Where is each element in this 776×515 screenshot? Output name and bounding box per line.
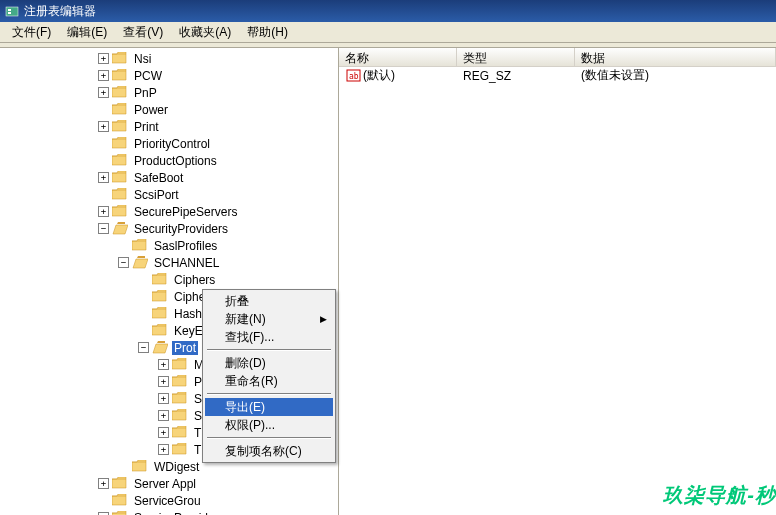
expand-toggle-icon[interactable]: + xyxy=(98,172,109,183)
expand-toggle-icon[interactable]: + xyxy=(98,70,109,81)
context-menu-item[interactable]: 重命名(R) xyxy=(205,372,333,390)
tree-node[interactable]: PriorityControl xyxy=(2,135,338,152)
context-menu-item-label: 复制项名称(C) xyxy=(225,443,302,460)
tree-connector xyxy=(98,138,109,149)
folder-icon xyxy=(172,409,188,422)
tree-node[interactable]: +PCW xyxy=(2,67,338,84)
tree-node-label[interactable]: SCHANNEL xyxy=(152,256,221,270)
folder-icon xyxy=(112,69,128,82)
tree-node-label[interactable]: WDigest xyxy=(152,460,201,474)
menu-favorites[interactable]: 收藏夹(A) xyxy=(171,22,239,43)
registry-app-icon xyxy=(4,3,20,19)
value-name: (默认) xyxy=(363,67,395,84)
tree-node[interactable]: +SecurePipeServers xyxy=(2,203,338,220)
tree-node-label[interactable]: SaslProfiles xyxy=(152,239,219,253)
context-menu-item-label: 折叠 xyxy=(225,293,249,310)
tree-connector xyxy=(118,240,129,251)
context-menu-item-label: 删除(D) xyxy=(225,355,266,372)
expand-toggle-icon[interactable]: + xyxy=(158,410,169,421)
window-title: 注册表编辑器 xyxy=(24,3,96,20)
expand-toggle-icon[interactable]: + xyxy=(158,393,169,404)
tree-node[interactable]: −SCHANNEL xyxy=(2,254,338,271)
expand-toggle-icon[interactable]: + xyxy=(98,53,109,64)
tree-node-label[interactable]: ProductOptions xyxy=(132,154,219,168)
expand-toggle-icon[interactable]: + xyxy=(158,444,169,455)
tree-node-label[interactable]: ScsiPort xyxy=(132,188,181,202)
tree-node[interactable]: ProductOptions xyxy=(2,152,338,169)
folder-icon xyxy=(172,358,188,371)
context-menu-item[interactable]: 折叠 xyxy=(205,292,333,310)
tree-node[interactable]: Power xyxy=(2,101,338,118)
expand-toggle-icon[interactable]: + xyxy=(98,121,109,132)
expand-toggle-icon[interactable]: + xyxy=(98,87,109,98)
context-menu-item[interactable]: 权限(P)... xyxy=(205,416,333,434)
svg-rect-0 xyxy=(6,7,18,16)
tree-node-label[interactable]: SecurePipeServers xyxy=(132,205,239,219)
context-menu-item-label: 查找(F)... xyxy=(225,329,274,346)
menu-edit[interactable]: 编辑(E) xyxy=(59,22,115,43)
context-menu-item[interactable]: 查找(F)... xyxy=(205,328,333,346)
folder-icon xyxy=(112,137,128,150)
tree-node-label[interactable]: ServiceGrou xyxy=(132,494,203,508)
value-type: REG_SZ xyxy=(457,68,575,84)
col-name[interactable]: 名称 xyxy=(339,48,457,66)
tree-node[interactable]: ScsiPort xyxy=(2,186,338,203)
expand-toggle-icon[interactable]: + xyxy=(158,427,169,438)
col-data[interactable]: 数据 xyxy=(575,48,776,66)
context-menu-item[interactable]: 删除(D) xyxy=(205,354,333,372)
tree-node-label[interactable]: Prot xyxy=(172,341,198,355)
folder-icon xyxy=(112,494,128,507)
tree-node-label[interactable]: Server Appl xyxy=(132,477,198,491)
context-menu-item[interactable]: 新建(N)▶ xyxy=(205,310,333,328)
tree-node[interactable]: +PnP xyxy=(2,84,338,101)
tree-connector xyxy=(98,104,109,115)
context-menu-item[interactable]: 导出(E) xyxy=(205,398,333,416)
tree-node[interactable]: +ServiceProvider xyxy=(2,509,338,515)
menu-view[interactable]: 查看(V) xyxy=(115,22,171,43)
tree-node-label[interactable]: Print xyxy=(132,120,161,134)
tree-node-label[interactable]: SafeBoot xyxy=(132,171,185,185)
context-menu-separator xyxy=(207,393,331,395)
tree-node[interactable]: +SafeBoot xyxy=(2,169,338,186)
tree-connector xyxy=(138,291,149,302)
tree-node[interactable]: +Nsi xyxy=(2,50,338,67)
expand-toggle-icon[interactable]: + xyxy=(158,376,169,387)
tree-node-label[interactable]: Nsi xyxy=(132,52,153,66)
folder-open-icon xyxy=(132,256,148,269)
tree-node[interactable]: SaslProfiles xyxy=(2,237,338,254)
tree-node[interactable]: +Server Appl xyxy=(2,475,338,492)
tree-connector xyxy=(98,189,109,200)
collapse-toggle-icon[interactable]: − xyxy=(98,223,109,234)
col-type[interactable]: 类型 xyxy=(457,48,575,66)
menu-help[interactable]: 帮助(H) xyxy=(239,22,296,43)
folder-icon xyxy=(172,392,188,405)
tree-node-label[interactable]: Ciphers xyxy=(172,273,217,287)
string-value-icon: ab xyxy=(345,68,361,84)
folder-icon xyxy=(112,205,128,218)
tree-node-label[interactable]: PCW xyxy=(132,69,164,83)
tree-node-label[interactable]: Power xyxy=(132,103,170,117)
expand-toggle-icon[interactable]: + xyxy=(98,478,109,489)
context-menu-item-label: 新建(N) xyxy=(225,311,266,328)
tree-connector xyxy=(98,155,109,166)
tree-node-label[interactable]: PnP xyxy=(132,86,159,100)
tree-node[interactable]: −SecurityProviders xyxy=(2,220,338,237)
collapse-toggle-icon[interactable]: − xyxy=(138,342,149,353)
context-menu-item-label: 重命名(R) xyxy=(225,373,278,390)
tree-node[interactable]: +Print xyxy=(2,118,338,135)
menu-file[interactable]: 文件(F) xyxy=(4,22,59,43)
tree-node-label[interactable]: SecurityProviders xyxy=(132,222,230,236)
expand-toggle-icon[interactable]: + xyxy=(98,206,109,217)
value-data: (数值未设置) xyxy=(575,67,776,85)
expand-toggle-icon[interactable]: + xyxy=(158,359,169,370)
tree-node[interactable]: ServiceGrou xyxy=(2,492,338,509)
tree-connector xyxy=(138,325,149,336)
list-row[interactable]: ab (默认) REG_SZ (数值未设置) xyxy=(339,67,776,84)
tree-node-label[interactable]: PriorityControl xyxy=(132,137,212,151)
context-menu-item[interactable]: 复制项名称(C) xyxy=(205,442,333,460)
svg-rect-2 xyxy=(8,12,11,14)
tree-node[interactable]: Ciphers xyxy=(2,271,338,288)
collapse-toggle-icon[interactable]: − xyxy=(118,257,129,268)
folder-icon xyxy=(112,52,128,65)
tree-node-label[interactable]: ServiceProvider xyxy=(132,511,221,516)
